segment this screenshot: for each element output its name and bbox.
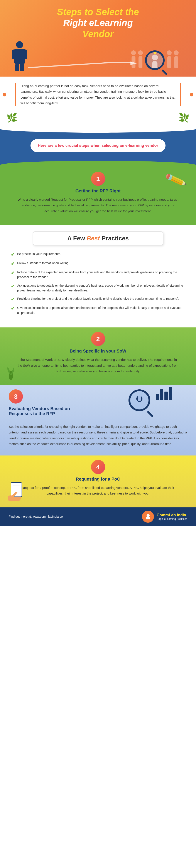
check-icon-5: ✔: [11, 297, 14, 302]
checklist-text-3: Include details of the expected responsi…: [17, 270, 185, 280]
banner-highlight: Best: [87, 235, 100, 242]
step1-section: 1 ✏️ Getting the RFP Right Write a clear…: [0, 169, 196, 225]
checklist-item-2: ✔ Follow a standard format when writing.: [11, 261, 185, 266]
magnifier-group: [145, 51, 165, 70]
step1-title: Getting the RFP Right: [17, 188, 179, 193]
svg-rect-5: [20, 64, 24, 71]
checklist-text-2: Follow a standard format when writing.: [17, 261, 70, 266]
intro-border: Hiring an eLearning partner is not an ea…: [15, 83, 181, 106]
step3-illustration: [128, 390, 150, 411]
check-icon-2: ✔: [11, 261, 14, 266]
footer-find-more: Find out more at: www.commlabindia.com: [9, 515, 65, 518]
step3-number: 3: [14, 393, 17, 400]
best-practices-banner: A Few Best Practices: [33, 231, 163, 245]
header-title: Steps to Select the Right eLearning Vend…: [57, 6, 139, 39]
svg-rect-2: [12, 50, 16, 59]
step3-right: [91, 390, 187, 411]
step2-circle-container: 2: [17, 332, 179, 349]
logo-text-container: CommLab India Rapid eLearning Solutions: [157, 513, 187, 521]
check-icon-1: ✔: [11, 252, 14, 257]
cloud-bottom-divider: [0, 161, 196, 169]
title-line2: Right eLearning: [63, 18, 133, 28]
cloud-top-divider: [0, 125, 196, 133]
bullet-right: [190, 93, 193, 96]
step2-section: 2 Being Specific in your SoW The Stateme…: [0, 328, 196, 385]
best-practices-section: A Few Best Practices ✔ Be precise in you…: [0, 225, 196, 328]
intro-section: Hiring an eLearning partner is not an ea…: [0, 76, 196, 113]
checklist-text-6: Give exact instructions to potential ven…: [17, 305, 185, 315]
checklist-item-6: ✔ Give exact instructions to potential v…: [11, 305, 185, 315]
checklist-text-1: Be precise in your requirements.: [17, 251, 61, 256]
crucial-steps-text: Here are a few crucial steps when select…: [37, 143, 159, 149]
logo-circle: [142, 511, 154, 523]
step3-left: 3 Evaluating Vendors Based on Responses …: [9, 390, 87, 420]
bullet-left: [3, 93, 6, 96]
step1-number: 1: [96, 175, 100, 183]
figure-2: [138, 51, 143, 70]
plant-right-icon: 🌿: [179, 113, 190, 123]
step4-section: 4 Requesting for a PoC Request for a pro…: [0, 456, 196, 507]
checklist-item-4: ✔ Ask questions to get details on the eL…: [11, 283, 185, 293]
magnifier-handle: [162, 69, 167, 75]
plant-left-icon: 🌿: [6, 113, 17, 123]
step4-description: Request for a proof of concept or PoC fr…: [13, 485, 183, 496]
checklist-item-3: ✔ Include details of the expected respon…: [11, 270, 185, 280]
step3-description: Set the selection criteria for choosing …: [9, 424, 187, 447]
plants-row: 🌿 🌿: [0, 113, 196, 125]
svg-rect-4: [15, 64, 19, 71]
svg-point-11: [138, 396, 141, 399]
step4-title: Requesting for a PoC: [13, 477, 183, 482]
footer-logo: CommLab India Rapid eLearning Solutions: [142, 511, 187, 523]
step3-section: 3 Evaluating Vendors Based on Responses …: [0, 385, 196, 456]
title-line1: Steps to Select the: [57, 7, 139, 17]
checklist-text-4: Ask questions to get details on the eLea…: [17, 283, 185, 293]
checklist-item-1: ✔ Be precise in your requirements.: [11, 251, 185, 257]
step3-title: Evaluating Vendors Based on Responses to…: [9, 406, 87, 416]
step1-circle: 1: [91, 172, 105, 186]
step3-magnifier: [128, 390, 150, 411]
banner-text: A Few Best Practices: [40, 235, 156, 242]
svg-rect-12: [11, 483, 22, 497]
figure-4: [167, 51, 171, 70]
check-icon-3: ✔: [11, 270, 14, 276]
step2-circle: 2: [91, 332, 105, 346]
header-illustration: [4, 42, 192, 72]
magnifier: [145, 51, 165, 70]
footer-section: Find out more at: www.commlabindia.com C…: [0, 507, 196, 526]
figure-5: [174, 51, 179, 70]
businessman-figure: [11, 41, 28, 72]
step2-number: 2: [96, 335, 100, 343]
check-icon-4: ✔: [11, 284, 14, 289]
step4-circle: 4: [91, 460, 105, 474]
svg-rect-3: [23, 50, 27, 59]
header-section: Steps to Select the Right eLearning Vend…: [0, 0, 196, 76]
figure-1: [131, 51, 136, 70]
svg-point-16: [147, 514, 150, 517]
figures-group: [131, 51, 179, 70]
step1-content: ✏️ Getting the RFP Right Write a clearly…: [17, 188, 179, 214]
intro-text: Hiring an eLearning partner is not an ea…: [21, 83, 175, 106]
svg-rect-17: [146, 517, 150, 519]
brand-subtitle: Rapid eLearning Solutions: [157, 518, 187, 521]
checklist-text-5: Provide a timeline for the project and t…: [17, 296, 179, 301]
step3-circle: 3: [9, 390, 23, 404]
crucial-steps-box: Here are a few crucial steps when select…: [31, 139, 165, 152]
growth-arrow: [28, 62, 137, 69]
step4-hand-icon: [6, 480, 24, 503]
step2-title: Being Specific in your SoW: [17, 349, 179, 353]
check-icon-6: ✔: [11, 306, 14, 311]
step4-number: 4: [96, 463, 100, 471]
brand-name: CommLab India: [157, 513, 187, 518]
step1-description: Write a clearly worded Request for Propo…: [17, 197, 179, 214]
crucial-steps-content: Here are a few crucial steps when select…: [0, 137, 196, 159]
step2-description: The Statement of Work or SoW clearly def…: [17, 357, 179, 374]
checklist-container: ✔ Be precise in your requirements. ✔ Fol…: [11, 251, 185, 315]
step1-circle-container: 1: [17, 172, 179, 188]
bar-chart-icon: [156, 387, 172, 400]
title-line3: Vendor: [82, 29, 113, 39]
step4-circle-container: 4: [13, 460, 183, 477]
blue-intro-section: Here are a few crucial steps when select…: [0, 125, 196, 169]
svg-point-0: [16, 41, 23, 48]
step3-magnifier-handle: [147, 411, 153, 417]
checklist-item-5: ✔ Provide a timeline for the project and…: [11, 296, 185, 302]
